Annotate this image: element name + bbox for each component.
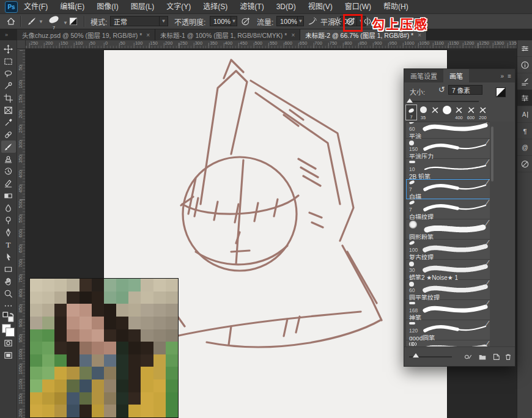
- collapse-icon[interactable]: »: [501, 73, 504, 79]
- menu-item-8[interactable]: 视图(V): [302, 0, 339, 13]
- tab-close-icon[interactable]: ×: [418, 32, 421, 38]
- brush-preset-6[interactable]: 200: [477, 105, 489, 120]
- paragraph-panel-icon[interactable]: ¶: [517, 123, 532, 139]
- brush-preset-1[interactable]: 35: [418, 105, 429, 120]
- properties-panel-icon[interactable]: [517, 40, 532, 57]
- opacity-select[interactable]: 100%▼: [210, 16, 237, 26]
- document-tab-0[interactable]: 头像chuz.psd @ 50% (图层 19, RGB/8#) *×: [17, 29, 155, 40]
- brush-edit-icon[interactable]: ╱: [485, 321, 489, 328]
- size-pressure-toggle-icon[interactable]: [496, 87, 506, 97]
- brush-preset-5[interactable]: 600: [465, 105, 477, 120]
- shape-tool[interactable]: [1, 263, 16, 275]
- flow-select[interactable]: 100%▼: [276, 16, 304, 26]
- preview-size-slider[interactable]: [409, 356, 452, 358]
- move-tool[interactable]: [1, 43, 16, 55]
- slider-thumb[interactable]: [407, 98, 413, 103]
- brush-row-9[interactable]: 168神笔╱: [406, 300, 490, 320]
- menu-item-6[interactable]: 滤镜(T): [234, 0, 270, 13]
- marquee-tool[interactable]: [1, 55, 16, 67]
- brush-settings-panel-icon[interactable]: [517, 73, 532, 90]
- brush-row-2[interactable]: 102B 铅笔╱: [406, 159, 490, 179]
- mode-select[interactable]: 正常▼: [110, 16, 168, 26]
- create-brush-icon[interactable]: [491, 352, 501, 362]
- character-panel-icon[interactable]: A: [517, 106, 532, 123]
- brush-edit-icon[interactable]: ╱: [485, 301, 489, 307]
- brush-edit-icon[interactable]: ╱: [485, 240, 489, 247]
- airbrush-icon[interactable]: [308, 14, 317, 29]
- brush-preset-picker[interactable]: 7▼: [49, 15, 68, 30]
- zoom-tool[interactable]: [1, 287, 16, 299]
- type-tool[interactable]: T: [1, 238, 16, 251]
- toggle-brush-panel-icon[interactable]: [68, 14, 78, 29]
- brush-edit-icon[interactable]: ╱: [485, 160, 489, 166]
- size-input[interactable]: 7 像素: [448, 85, 482, 95]
- brush-preset-4[interactable]: 400: [453, 105, 465, 120]
- brush-row-6[interactable]: 100复古纹理╱: [406, 240, 490, 260]
- brush-row-5[interactable]: 圆形粉笔╱: [406, 219, 490, 240]
- brush-edit-icon[interactable]: ╱: [485, 200, 489, 207]
- frame-tool[interactable]: [1, 104, 16, 116]
- brush-tool-icon[interactable]: ▼: [27, 14, 43, 29]
- quick-mask-icon[interactable]: [1, 337, 16, 349]
- brush-tool[interactable]: [1, 141, 16, 153]
- home-icon[interactable]: [6, 14, 16, 29]
- foreground-background-swatches[interactable]: [2, 324, 15, 337]
- dodge-tool[interactable]: [1, 214, 16, 226]
- brush-edit-icon[interactable]: ╱: [485, 220, 489, 227]
- background-color-swatch[interactable]: [6, 328, 15, 337]
- clone-stamp-tool[interactable]: [1, 153, 16, 165]
- path-select-tool[interactable]: [1, 251, 16, 263]
- ruler-left[interactable]: 5010015020025030035040045050055060065070…: [17, 49, 26, 418]
- menu-item-7[interactable]: 3D(D): [270, 0, 302, 13]
- panel-menu-icon[interactable]: ≡: [508, 73, 511, 79]
- brush-edit-icon[interactable]: ╱: [485, 180, 489, 186]
- screen-mode-icon[interactable]: [1, 349, 16, 361]
- menu-item-2[interactable]: 图像(I): [91, 0, 124, 13]
- menu-item-9[interactable]: 窗口(W): [339, 0, 377, 13]
- stroke-preview-toggle[interactable]: [463, 352, 473, 362]
- brushes-panel-icon[interactable]: [517, 90, 532, 106]
- glyphs-panel-icon[interactable]: @: [517, 139, 532, 156]
- smudge-tool[interactable]: [1, 202, 16, 214]
- tab-overflow-icon[interactable]: »: [0, 29, 17, 40]
- brush-row-10[interactable]: 120good圆笔╱: [406, 320, 490, 340]
- menu-item-4[interactable]: 文字(Y): [160, 0, 197, 13]
- info-panel-icon[interactable]: [517, 57, 532, 73]
- menu-item-10[interactable]: 帮助(H): [377, 0, 415, 13]
- eyedropper-tool[interactable]: [1, 116, 16, 128]
- brush-edit-icon[interactable]: ╱: [485, 122, 489, 125]
- brush-edit-icon[interactable]: ╱: [485, 260, 489, 267]
- brush-row-8[interactable]: 60圆平笔纹理╱: [406, 280, 490, 300]
- brush-row-1[interactable]: 150平涂压力╱: [406, 139, 490, 159]
- hand-tool[interactable]: [1, 275, 16, 287]
- pen-tool[interactable]: [1, 226, 16, 238]
- document-tab-1[interactable]: 未标题-1 @ 100% (图层 1, RGB/8#/CMYK) *×: [155, 29, 300, 40]
- scrollbar[interactable]: [491, 127, 493, 182]
- tab-brush-settings[interactable]: 画笔设置: [404, 69, 443, 82]
- delete-brush-icon[interactable]: [503, 352, 513, 362]
- reset-size-icon[interactable]: ↺: [438, 85, 445, 94]
- brush-preset-3[interactable]: [441, 105, 453, 120]
- swap-colors-icon[interactable]: [1, 314, 16, 321]
- brush-row-7[interactable]: 30蜡笔2 ★Noise★ 1╱: [406, 260, 490, 280]
- eraser-tool[interactable]: [1, 177, 16, 189]
- edit-toolbar-icon[interactable]: [1, 299, 16, 312]
- quick-select-tool[interactable]: [1, 79, 16, 92]
- clone-source-panel-icon[interactable]: [517, 156, 532, 172]
- crop-tool[interactable]: [1, 92, 16, 104]
- gradient-tool[interactable]: [1, 189, 16, 202]
- ruler-top[interactable]: 3002502001501005005010015020025030035040…: [26, 40, 517, 49]
- brush-row-0[interactable]: 60平涂╱: [406, 122, 490, 139]
- symmetry-icon[interactable]: [363, 14, 372, 29]
- lasso-tool[interactable]: [1, 67, 16, 79]
- history-brush-tool[interactable]: [1, 165, 16, 177]
- slider-thumb[interactable]: [413, 353, 419, 358]
- brush-edit-icon[interactable]: ╱: [485, 139, 489, 146]
- brush-preset-0[interactable]: 7: [405, 105, 417, 120]
- brush-row-3[interactable]: 7白描╱: [406, 179, 490, 199]
- menu-item-1[interactable]: 编辑(E): [54, 0, 91, 13]
- healing-brush-tool[interactable]: [1, 128, 16, 141]
- size-slider[interactable]: [408, 101, 479, 102]
- gear-icon[interactable]: [333, 14, 342, 29]
- menu-item-5[interactable]: 选择(S): [197, 0, 234, 13]
